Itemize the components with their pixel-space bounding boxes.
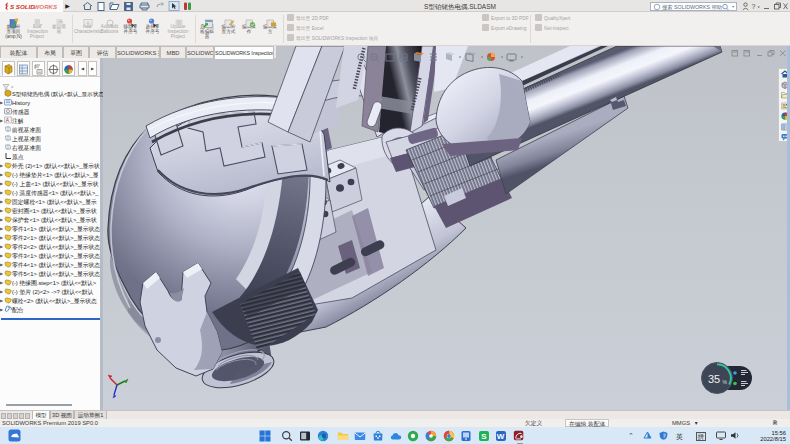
svg-text:W: W (497, 432, 505, 441)
svg-text:WORKS: WORKS (34, 3, 59, 10)
svg-text:S SOLID: S SOLID (10, 3, 35, 10)
svg-text:%: % (723, 379, 728, 385)
svg-text:S: S (481, 432, 487, 441)
svg-text:?: ? (752, 3, 756, 10)
svg-text:35: 35 (708, 373, 720, 385)
svg-text:搜索 SOLIDWORKS 帮助: 搜索 SOLIDWORKS 帮助 (662, 4, 722, 11)
